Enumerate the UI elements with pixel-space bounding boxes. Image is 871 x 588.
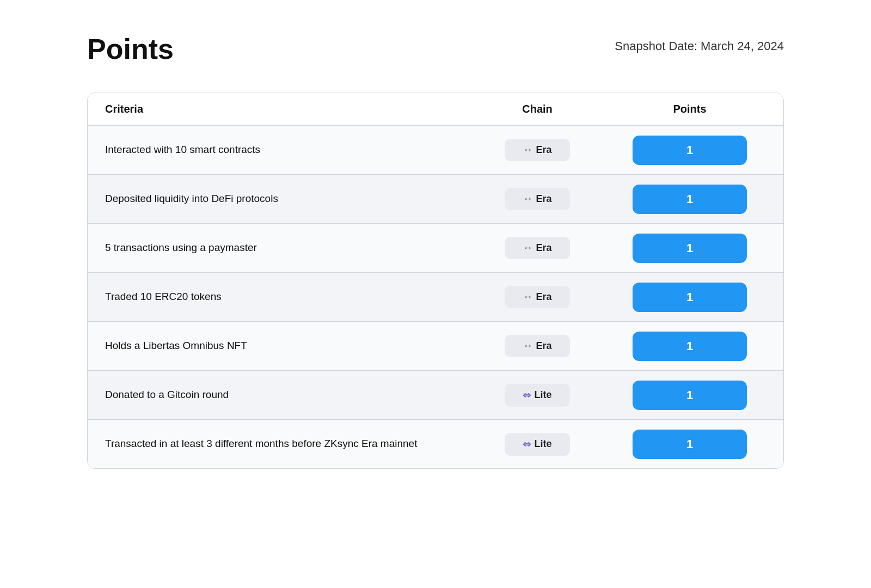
chain-cell: ⇔ Lite	[461, 384, 614, 407]
era-icon: ↔	[523, 340, 531, 352]
points-badge: 1	[633, 381, 747, 410]
points-badge: 1	[633, 136, 747, 165]
criteria-cell: 5 transactions using a paymaster	[105, 229, 461, 267]
points-cell: 1	[614, 234, 766, 263]
chain-badge: ⇔ Lite	[505, 384, 570, 407]
points-cell: 1	[614, 283, 766, 312]
table-row: Interacted with 10 smart contracts ↔ Era…	[88, 125, 783, 174]
column-criteria: Criteria	[105, 103, 461, 115]
criteria-cell: Traded 10 ERC20 tokens	[105, 278, 461, 316]
column-chain: Chain	[461, 103, 614, 115]
points-cell: 1	[614, 332, 766, 361]
table-row: Donated to a Gitcoin round ⇔ Lite 1	[88, 370, 783, 419]
chain-cell: ⇔ Lite	[461, 433, 614, 456]
criteria-cell: Transacted in at least 3 different month…	[105, 425, 461, 463]
points-cell: 1	[614, 136, 766, 165]
chain-label: Lite	[534, 438, 551, 450]
chain-label: Era	[536, 144, 551, 156]
points-cell: 1	[614, 381, 766, 410]
column-points: Points	[614, 103, 766, 115]
points-badge: 1	[633, 332, 747, 361]
points-cell: 1	[614, 185, 766, 214]
points-cell: 1	[614, 430, 766, 459]
chain-badge: ↔ Era	[505, 237, 570, 259]
points-badge: 1	[633, 430, 747, 459]
points-badge: 1	[633, 283, 747, 312]
table-row: Deposited liquidity into DeFi protocols …	[88, 174, 783, 223]
chain-badge: ↔ Era	[505, 139, 570, 161]
era-icon: ↔	[523, 144, 531, 156]
chain-cell: ↔ Era	[461, 139, 614, 161]
chain-label: Era	[536, 193, 551, 205]
era-icon: ↔	[523, 193, 531, 205]
chain-badge: ↔ Era	[505, 286, 570, 308]
page-header: Points Snapshot Date: March 24, 2024	[87, 33, 784, 65]
chain-label: Lite	[534, 389, 551, 401]
criteria-cell: Donated to a Gitcoin round	[105, 376, 461, 414]
chain-label: Era	[536, 242, 551, 254]
lite-icon: ⇔	[523, 389, 530, 401]
chain-badge: ↔ Era	[505, 335, 570, 357]
chain-cell: ↔ Era	[461, 335, 614, 357]
table-row: 5 transactions using a paymaster ↔ Era 1	[88, 223, 783, 272]
table-row: Traded 10 ERC20 tokens ↔ Era 1	[88, 272, 783, 321]
snapshot-date: Snapshot Date: March 24, 2024	[615, 33, 784, 53]
chain-badge: ⇔ Lite	[505, 433, 570, 456]
criteria-cell: Holds a Libertas Omnibus NFT	[105, 327, 461, 365]
points-badge: 1	[633, 234, 747, 263]
points-badge: 1	[633, 185, 747, 214]
chain-cell: ↔ Era	[461, 188, 614, 210]
chain-label: Era	[536, 291, 551, 303]
table-row: Holds a Libertas Omnibus NFT ↔ Era 1	[88, 321, 783, 370]
points-table: Criteria Chain Points Interacted with 10…	[87, 93, 784, 469]
chain-cell: ↔ Era	[461, 286, 614, 308]
chain-label: Era	[536, 340, 551, 352]
criteria-cell: Deposited liquidity into DeFi protocols	[105, 180, 461, 218]
lite-icon: ⇔	[523, 438, 530, 450]
criteria-cell: Interacted with 10 smart contracts	[105, 131, 461, 169]
chain-cell: ↔ Era	[461, 237, 614, 259]
era-icon: ↔	[523, 291, 531, 303]
table-header: Criteria Chain Points	[88, 93, 783, 125]
era-icon: ↔	[523, 242, 531, 254]
page-title: Points	[87, 33, 174, 65]
table-row: Transacted in at least 3 different month…	[88, 419, 783, 468]
chain-badge: ↔ Era	[505, 188, 570, 210]
table-body: Interacted with 10 smart contracts ↔ Era…	[88, 125, 783, 468]
